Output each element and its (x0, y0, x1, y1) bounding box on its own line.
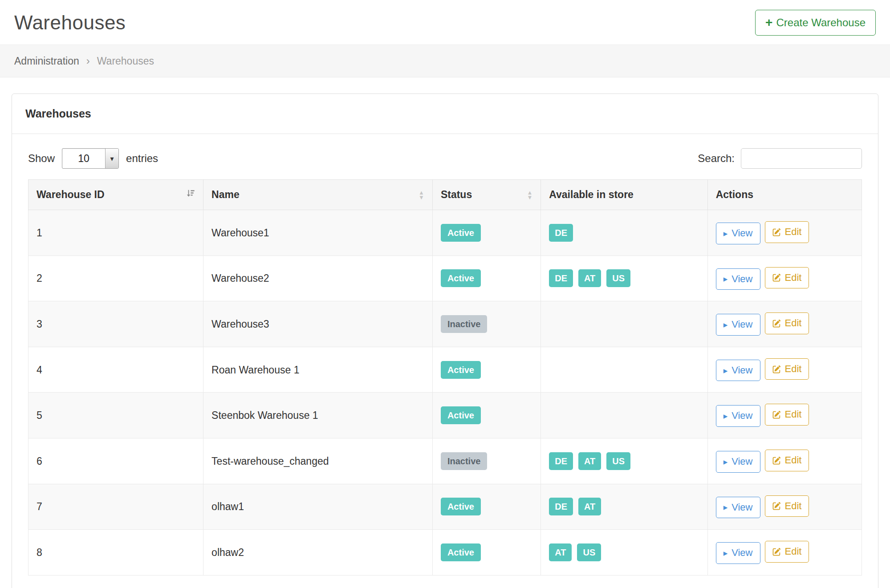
page-title: Warehouses (14, 12, 126, 34)
cell-warehouse-id: 8 (28, 530, 203, 576)
store-tag: AT (578, 269, 601, 287)
view-button-label: View (732, 501, 752, 514)
cell-warehouse-id: 7 (28, 484, 203, 530)
view-button-label: View (732, 318, 752, 331)
table-controls: Show 10 ▾ entries Search: (28, 148, 862, 169)
edit-button-label: Edit (785, 363, 802, 376)
cell-status: Active (432, 530, 541, 576)
page-header: Warehouses + Create Warehouse (0, 0, 890, 45)
table-row: 5Steenbok Warehouse 1Active▸ViewEdit (28, 393, 862, 438)
cell-stores: DEAT (541, 484, 707, 530)
main-content: Warehouses Show 10 ▾ entries Search: (0, 77, 890, 588)
view-button[interactable]: ▸View (716, 451, 760, 473)
cell-warehouse-id: 2 (28, 255, 203, 301)
status-badge: Active (441, 543, 481, 561)
search-control: Search: (698, 148, 862, 169)
search-input[interactable] (741, 148, 862, 169)
edit-button[interactable]: Edit (765, 541, 809, 563)
view-button-label: View (732, 227, 752, 240)
table-row: 8olhaw2ActiveATUS▸ViewEdit (28, 530, 862, 576)
view-button[interactable]: ▸View (716, 405, 760, 427)
column-header-available-in-store: Available in store (541, 180, 707, 210)
warehouses-panel: Warehouses Show 10 ▾ entries Search: (12, 93, 878, 588)
status-badge: Inactive (441, 315, 487, 333)
entries-label: entries (126, 152, 158, 165)
cell-actions: ▸ViewEdit (707, 438, 862, 484)
view-button[interactable]: ▸View (716, 497, 760, 519)
sort-icon: ▲ ▼ (527, 190, 532, 200)
entries-control: Show 10 ▾ entries (28, 148, 158, 169)
view-button[interactable]: ▸View (716, 542, 760, 564)
edit-icon (772, 273, 781, 282)
caret-right-icon: ▸ (723, 275, 728, 283)
store-tag: US (606, 452, 630, 470)
edit-button[interactable]: Edit (765, 312, 809, 334)
edit-button[interactable]: Edit (765, 267, 809, 289)
cell-status: Active (432, 393, 541, 438)
caret-right-icon: ▸ (723, 458, 728, 466)
store-tag: DE (549, 269, 573, 287)
sort-icon: ▲ ▼ (419, 190, 424, 200)
cell-warehouse-id: 5 (28, 393, 203, 438)
column-header-status[interactable]: Status ▲ ▼ (432, 180, 541, 210)
edit-button-label: Edit (785, 317, 802, 330)
column-label: Warehouse ID (37, 189, 105, 201)
table-row: 7olhaw1ActiveDEAT▸ViewEdit (28, 484, 862, 530)
edit-button[interactable]: Edit (765, 450, 809, 471)
cell-status: Active (432, 484, 541, 530)
edit-button-label: Edit (785, 454, 802, 467)
breadcrumb-separator-icon: › (86, 55, 90, 67)
edit-icon (772, 502, 781, 510)
edit-button-label: Edit (785, 545, 802, 558)
cell-actions: ▸ViewEdit (707, 210, 862, 256)
edit-button-label: Edit (785, 500, 802, 513)
cell-stores: ATUS (541, 530, 707, 576)
table-row: 1Warehouse1ActiveDE▸ViewEdit (28, 210, 862, 256)
view-button[interactable]: ▸View (716, 360, 760, 381)
cell-name: Test-warehouse_changed (203, 438, 433, 484)
cell-actions: ▸ViewEdit (707, 530, 862, 576)
page: Warehouses + Create Warehouse Administra… (0, 0, 890, 588)
cell-stores (541, 301, 707, 347)
create-warehouse-button[interactable]: + Create Warehouse (755, 10, 876, 36)
cell-stores (541, 347, 707, 393)
cell-name: Warehouse1 (203, 210, 433, 256)
entries-select[interactable]: 10 ▾ (62, 148, 119, 169)
edit-button[interactable]: Edit (765, 495, 809, 517)
cell-actions: ▸ViewEdit (707, 347, 862, 393)
view-button[interactable]: ▸View (716, 223, 760, 244)
view-button-label: View (732, 273, 752, 286)
sort-desc-icon: ▼ (419, 195, 424, 200)
column-header-actions: Actions (707, 180, 862, 210)
edit-button-label: Edit (785, 226, 802, 239)
cell-stores (541, 393, 707, 438)
edit-button[interactable]: Edit (765, 358, 809, 380)
status-badge: Active (441, 224, 481, 242)
breadcrumb: Administration › Warehouses (0, 45, 890, 77)
edit-button[interactable]: Edit (765, 221, 809, 243)
store-tag: AT (578, 498, 601, 515)
store-tag: DE (549, 224, 573, 242)
column-header-warehouse-id[interactable]: Warehouse ID (28, 180, 203, 210)
cell-status: Inactive (432, 438, 541, 484)
view-button[interactable]: ▸View (716, 314, 760, 336)
store-tag: AT (578, 452, 601, 470)
warehouses-table: Warehouse ID (28, 179, 862, 576)
caret-right-icon: ▸ (723, 229, 728, 238)
panel-heading: Warehouses (12, 94, 878, 134)
cell-warehouse-id: 4 (28, 347, 203, 393)
sort-desc-icon: ▼ (527, 195, 532, 200)
edit-icon (772, 319, 781, 328)
view-button-label: View (732, 547, 752, 560)
view-button[interactable]: ▸View (716, 268, 760, 290)
cell-actions: ▸ViewEdit (707, 484, 862, 530)
cell-status: Active (432, 255, 541, 301)
column-header-name[interactable]: Name ▲ ▼ (203, 180, 433, 210)
dropdown-arrow-icon: ▾ (105, 149, 118, 168)
cell-name: Steenbok Warehouse 1 (203, 393, 433, 438)
breadcrumb-item-administration[interactable]: Administration (14, 55, 79, 67)
breadcrumb-item-warehouses: Warehouses (97, 55, 154, 67)
cell-warehouse-id: 6 (28, 438, 203, 484)
edit-button[interactable]: Edit (765, 404, 809, 426)
column-label: Available in store (549, 189, 634, 201)
